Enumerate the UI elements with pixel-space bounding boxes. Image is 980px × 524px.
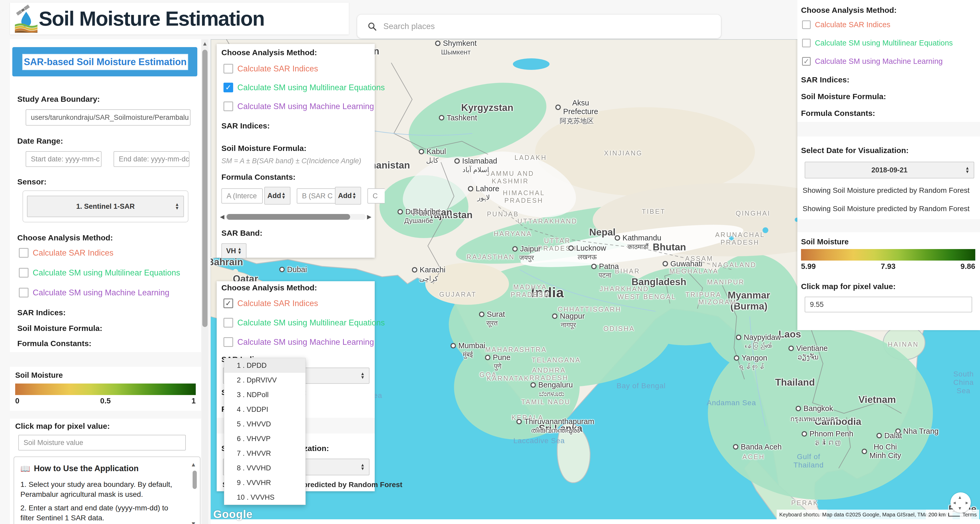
howto-panel: 📖 How to Use the Application 1. Select y… (14, 457, 200, 524)
checkbox-unchecked[interactable] (19, 248, 29, 258)
scroll-right-icon[interactable]: ▶ (366, 214, 372, 220)
updown-icon (281, 192, 286, 199)
google-logo: Google (213, 508, 253, 521)
checkbox-unchecked[interactable] (802, 21, 811, 29)
updown-icon (965, 167, 969, 174)
panel2-method-sar-indices[interactable]: ✓ Calculate SAR Indices (223, 299, 318, 308)
howto-scroll-up-icon[interactable]: ▲ (191, 462, 196, 467)
search-placeholder: Search places (383, 22, 435, 31)
end-date-input[interactable]: End date: yyyy-mm-dc (114, 151, 189, 167)
checkbox-unchecked[interactable] (223, 64, 233, 73)
sar-band-label: SAR Band: (221, 229, 262, 238)
app-root: UzbekistanKyrgyzstanTajikistanAfghanista… (0, 0, 980, 524)
constant-c-input[interactable]: C (368, 188, 385, 203)
pixel-value-input[interactable]: Soil Moisture value (18, 435, 186, 451)
sidebar-scroll-up-icon[interactable]: ▲ (202, 41, 208, 46)
checkbox-unchecked[interactable] (223, 337, 233, 347)
hscroll-thumb[interactable] (227, 214, 350, 220)
panel1-method-multilinear[interactable]: ✓ Calculate SM using Multilinear Equatio… (223, 83, 385, 92)
sar-index-option[interactable]: 8 . VVVHD (224, 461, 305, 475)
sidebar-method-multilinear[interactable]: Calculate SM using Multilinear Equations (19, 268, 180, 278)
date-range-label: Date Range: (17, 137, 63, 146)
howto-step-2: 2. Enter a start and end date (yyyy-mm-d… (21, 503, 177, 523)
panel2-method-multilinear[interactable]: Calculate SM using Multilinear Equations (223, 318, 385, 327)
formula-panel: Choose Analysis Method: Calculate SAR In… (217, 44, 375, 258)
checkbox-unchecked[interactable] (223, 102, 233, 111)
search-icon (368, 22, 377, 31)
rpanel-method-sar-indices[interactable]: Calculate SAR Indices (802, 21, 891, 29)
sidebar-scrollbar-thumb[interactable] (202, 50, 207, 327)
bottom-strip (211, 519, 980, 524)
sidebar-card: SAR-based Soil Moisture Estimation Study… (10, 39, 201, 524)
panel1-method-machine-learning[interactable]: Calculate SM using Machine Learning (223, 102, 374, 111)
sidebar-title-banner: SAR-based Soil Moisture Estimation (12, 47, 197, 76)
checkbox-checked[interactable]: ✓ (802, 57, 811, 66)
visualization-date-select[interactable]: 2018-09-21 (805, 162, 974, 178)
rpanel-soil-moisture-gradient (801, 249, 975, 260)
rpanel-pixel-label: Click map for pixel value: (801, 282, 896, 291)
panel1-sm-formula-label: Soil Moisture Formula: (221, 144, 306, 153)
rpanel-select-date-label: Select Date for Visualization: (801, 146, 908, 155)
sar-index-option[interactable]: 2 . DpRVIVV (224, 373, 305, 387)
sidebar-method-sar-indices[interactable]: Calculate SAR Indices (19, 248, 113, 258)
rpanel-method-machine-learning[interactable]: ✓ Calculate SM using Machine Learning (802, 57, 943, 66)
scroll-left-icon[interactable]: ◀ (219, 214, 226, 220)
checkbox-unchecked[interactable] (223, 318, 233, 327)
checkbox-unchecked[interactable] (19, 268, 29, 278)
divider-band (797, 122, 980, 137)
updown-icon (237, 247, 242, 254)
rpanel-formula-constants-label: Formula Constants: (801, 109, 875, 118)
sidebar-method-machine-learning[interactable]: Calculate SM using Machine Learning (19, 288, 169, 297)
checkbox-unchecked[interactable] (19, 288, 29, 297)
checkbox-checked[interactable]: ✓ (223, 83, 233, 92)
panel1-method-sar-indices[interactable]: Calculate SAR Indices (223, 64, 318, 73)
howto-scroll-down-icon[interactable]: ▼ (191, 521, 196, 524)
checkbox-unchecked[interactable] (802, 39, 811, 48)
study-area-label: Study Area Boundary: (17, 95, 100, 103)
sar-index-option[interactable]: 5 . VHVVD (224, 417, 305, 431)
search-box[interactable]: Search places (357, 15, 721, 38)
sensor-select[interactable]: 1. Sentinel 1-SAR (27, 196, 184, 217)
constant-a-sign-select[interactable]: Add (264, 187, 291, 205)
rpanel-method-multilinear[interactable]: Calculate SM using Multilinear Equations (802, 39, 953, 48)
constant-b-input[interactable]: B (SAR C (297, 188, 336, 203)
divider-band (797, 219, 980, 232)
constant-a-input[interactable]: A (Interce (221, 188, 263, 203)
sar-index-option[interactable]: 10 . VVVHS (224, 490, 305, 505)
checkbox-checked[interactable]: ✓ (223, 299, 233, 308)
sar-index-option[interactable]: 9 . VVVHR (224, 475, 305, 490)
sar-index-option[interactable]: 4 . VDDPI (224, 402, 305, 417)
sar-index-option[interactable]: 7 . VHVVR (224, 446, 305, 461)
sar-index-option[interactable]: 3 . NDPoll (224, 387, 305, 402)
soil-moisture-gradient (15, 384, 196, 395)
sar-index-dropdown-list: 1 . DPDD2 . DpRVIVV3 . NDPoll4 . VDDPI5 … (224, 358, 305, 505)
constant-b-sign-select[interactable]: Add (335, 187, 361, 205)
start-date-input[interactable]: Start date: yyyy-mm-c (25, 151, 102, 167)
updown-icon (360, 463, 365, 471)
panel2-method-machine-learning[interactable]: Calculate SM using Machine Learning (223, 337, 374, 347)
panel1-methods-title: Choose Analysis Method: (221, 48, 317, 57)
panel1-horizontal-scrollbar[interactable]: ◀ ▶ (219, 213, 372, 220)
rpanel-pixel-input[interactable]: 9.55 (805, 297, 972, 312)
panel2-methods-title: Choose Analysis Method: (221, 283, 317, 292)
rpanel-sm-formula-label: Soil Moisture Formula: (801, 92, 886, 101)
sm-formula-text: SM = A ± B(SAR band) ± C(Incidence Angle… (221, 157, 361, 165)
divider-band (10, 352, 201, 367)
updown-icon (175, 203, 179, 210)
sar-index-option[interactable]: 6 . VHVVP (224, 431, 305, 446)
rpanel-sar-indices-label: SAR Indices: (801, 75, 850, 84)
howto-scrollbar[interactable] (192, 471, 197, 489)
sidebar-pixel-label: Click map for pixel value: (15, 422, 110, 430)
legend-ticks: 00.51 (15, 397, 196, 405)
sar-index-option[interactable]: 1 . DPDD (224, 358, 305, 373)
sar-band-select[interactable]: VH (221, 243, 247, 259)
rpanel-status-1: Showing Soil Moisture predicted by Rando… (803, 186, 969, 195)
rpanel-legend-title: Soil Moisture (801, 238, 849, 246)
app-logo-icon (14, 5, 39, 33)
study-area-input[interactable]: users/tarunkondraju/SAR_Soilmoisture/Per… (25, 110, 191, 125)
map-pan-control[interactable]: ▴▾ ◂▸ (950, 492, 971, 513)
sidebar-formula-constants-label: Formula Constants: (17, 339, 91, 348)
right-panel: Choose Analysis Method: Calculate SAR In… (797, 0, 980, 330)
sidebar-title-box[interactable]: SAR-based Soil Moisture Estimation (22, 54, 188, 70)
left-sidebar: SAR-based Soil Moisture Estimation Study… (0, 39, 211, 524)
